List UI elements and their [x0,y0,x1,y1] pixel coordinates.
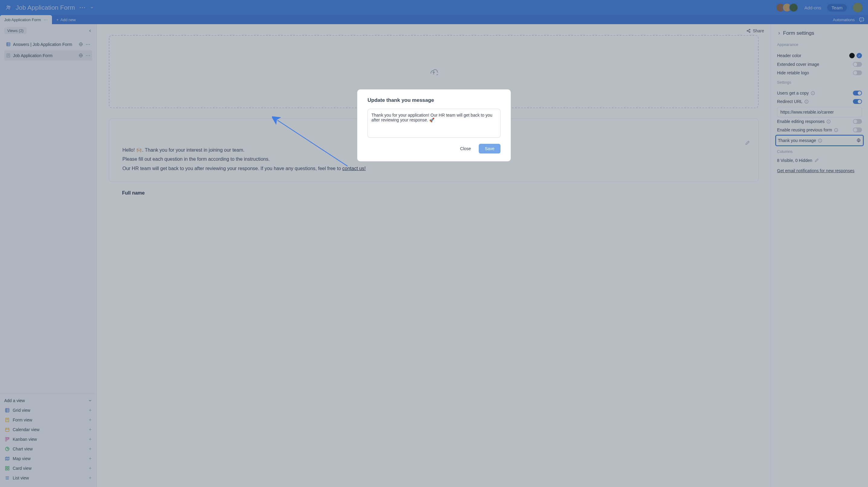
save-button[interactable]: Save [479,144,500,154]
modal-backdrop[interactable] [0,0,868,487]
close-button[interactable]: Close [455,144,476,154]
thank-you-textarea[interactable] [368,109,500,138]
modal-buttons: Close Save [368,144,500,154]
thank-you-modal: Update thank you message Close Save [357,90,511,161]
modal-title: Update thank you message [368,97,500,103]
